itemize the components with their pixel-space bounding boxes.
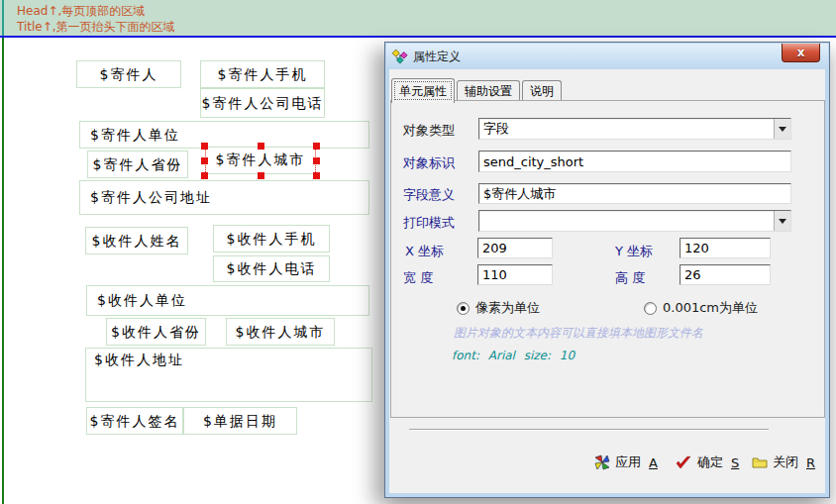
- field-box-sender-company-phone[interactable]: $寄件人公司电话: [200, 88, 325, 118]
- tabpage-cell-properties: 对象类型 字段 对象标识 字段意义 打印模式 X 坐标: [390, 100, 825, 418]
- tab-description[interactable]: 说明: [522, 80, 562, 101]
- field-box-sender[interactable]: $寄件人: [76, 60, 181, 88]
- height-label: 高 度: [615, 269, 645, 287]
- object-type-value: 字段: [479, 120, 774, 138]
- dialog-title: 属性定义: [413, 49, 461, 65]
- font-hint: font: Arial size: 10: [452, 349, 575, 362]
- print-mode-label: 打印模式: [403, 214, 455, 232]
- apply-accel: A: [649, 455, 658, 470]
- resize-handle-ne[interactable]: [313, 143, 320, 150]
- chevron-down-icon[interactable]: [774, 211, 790, 231]
- radio-pixel-label: 像素为单位: [475, 299, 540, 317]
- dialog-titlebar[interactable]: 属性定义: [386, 44, 828, 69]
- print-mode-select[interactable]: [478, 210, 791, 232]
- width-label: 宽 度: [403, 269, 433, 287]
- field-box-sender-province[interactable]: $寄件人省份: [87, 151, 188, 178]
- resize-handle-e[interactable]: [313, 157, 320, 164]
- y-coord-input[interactable]: [679, 238, 771, 258]
- apply-button[interactable]: 应用A: [594, 451, 658, 474]
- resize-handle-sw[interactable]: [201, 172, 208, 179]
- y-coord-label: Y 坐标: [615, 243, 653, 260]
- field-box-recipient-city[interactable]: $收件人城市: [226, 318, 335, 346]
- radio-dot-icon: [644, 302, 657, 315]
- checkmark-icon: [676, 455, 692, 470]
- object-type-select[interactable]: 字段: [478, 118, 791, 140]
- field-box-recipient-province[interactable]: $收件人省份: [106, 318, 206, 346]
- field-box-sender-city[interactable]: $寄件人城市: [205, 147, 316, 174]
- field-box-recipient-name[interactable]: $收件人姓名: [85, 227, 188, 254]
- button-separator: [409, 429, 769, 431]
- field-box-sender-signature[interactable]: $寄件人签名: [86, 407, 183, 435]
- field-box-sender-company-address[interactable]: $寄件人公司地址: [79, 180, 369, 215]
- tab-strip: 单元属性 辅助设置 说明: [391, 78, 564, 101]
- chevron-down-icon[interactable]: [774, 119, 790, 139]
- close-button[interactable]: 关闭R: [752, 451, 815, 474]
- ok-accel: S: [731, 455, 739, 470]
- dialog-diamonds-icon: [391, 49, 408, 65]
- object-type-label: 对象类型: [403, 122, 455, 140]
- band-head-label: Head↑,每页顶部的区域: [17, 3, 145, 20]
- radio-cm-label: 0.001cm为单位: [663, 299, 758, 317]
- left-margin-line: [2, 38, 4, 504]
- band-header-strip: Head↑,每页顶部的区域 Title↑,第一页抬头下面的区域: [0, 0, 836, 36]
- resize-handle-n[interactable]: [258, 143, 264, 150]
- resize-handle-se[interactable]: [313, 172, 320, 179]
- field-box-recipient-mobile[interactable]: $收件人手机: [213, 225, 330, 252]
- pinwheel-icon: [594, 454, 610, 470]
- radio-cm-units[interactable]: 0.001cm为单位: [644, 299, 758, 317]
- designer-screen: Head↑,每页顶部的区域 Title↑,第一页抬头下面的区域 $寄件人 $寄件…: [0, 0, 836, 504]
- field-box-sender-mobile[interactable]: $寄件人手机: [200, 60, 325, 88]
- apply-label: 应用: [615, 454, 641, 471]
- field-box-recipient-unit[interactable]: $收件人单位: [86, 285, 369, 316]
- ok-button[interactable]: 确定S: [676, 451, 739, 474]
- close-accel: R: [806, 455, 815, 470]
- field-meaning-label: 字段意义: [403, 186, 455, 204]
- band-title-label: Title↑,第一页抬头下面的区域: [17, 19, 175, 36]
- object-id-input[interactable]: [478, 151, 791, 172]
- width-input[interactable]: [477, 264, 553, 285]
- field-box-sender-city-selected[interactable]: $寄件人城市: [201, 143, 320, 179]
- band-separator-line: [0, 36, 836, 38]
- field-box-recipient-address[interactable]: $收件人地址: [85, 348, 372, 402]
- close-icon[interactable]: x: [782, 44, 820, 62]
- ok-label: 确定: [697, 454, 723, 471]
- tab-aux-settings[interactable]: 辅助设置: [457, 80, 520, 101]
- close-label: 关闭: [773, 454, 798, 471]
- field-box-recipient-phone[interactable]: $收件人电话: [213, 255, 330, 282]
- height-input[interactable]: [679, 264, 771, 285]
- field-meaning-input[interactable]: [478, 183, 791, 204]
- tab-cell-properties[interactable]: 单元属性: [391, 78, 455, 103]
- radio-dot-icon: [457, 302, 470, 315]
- x-coord-label: X 坐标: [405, 243, 444, 260]
- image-object-hint: 图片对象的文本内容可以直接填本地图形文件名: [454, 325, 703, 342]
- property-dialog: 属性定义 x 单元属性 辅助设置 说明 对象类型 字段 对象标识 字段意义: [384, 42, 830, 498]
- resize-handle-nw[interactable]: [201, 143, 208, 150]
- object-id-label: 对象标识: [403, 154, 455, 172]
- dialog-client-area: 单元属性 辅助设置 说明 对象类型 字段 对象标识 字段意义 打印模式: [389, 69, 825, 493]
- left-margin-line-top: [2, 0, 4, 36]
- field-box-doc-date[interactable]: $单据日期: [183, 407, 297, 435]
- radio-pixel-units[interactable]: 像素为单位: [457, 299, 540, 317]
- x-coord-input[interactable]: [477, 238, 553, 258]
- folder-icon: [752, 455, 768, 469]
- resize-handle-w[interactable]: [201, 157, 208, 164]
- resize-handle-s[interactable]: [258, 172, 264, 179]
